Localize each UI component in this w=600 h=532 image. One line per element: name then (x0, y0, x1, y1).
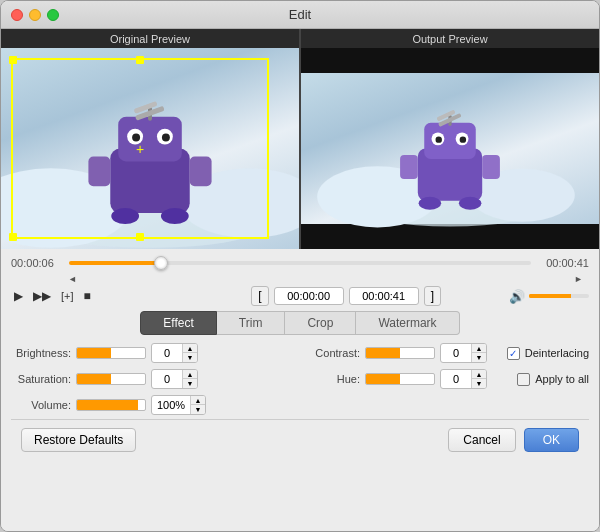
edit-window: Edit Original Preview (0, 0, 600, 532)
original-video: + (1, 48, 299, 249)
contrast-row: Contrast: ▲ ▼ (300, 343, 487, 363)
saturation-step-down[interactable]: ▼ (183, 379, 197, 388)
trim-end-input[interactable] (349, 287, 419, 305)
apply-all-checkbox[interactable] (517, 373, 530, 386)
right-trim-marker[interactable]: ► (574, 274, 583, 284)
controls-area: 00:00:06 00:00:41 ◄ ► ▶ ▶▶ [+] ■ [ (1, 249, 599, 531)
tab-watermark[interactable]: Watermark (356, 311, 459, 335)
svg-point-30 (419, 197, 442, 210)
volume-area: 🔊 (509, 289, 589, 304)
brightness-stepper: ▲ ▼ (182, 344, 197, 362)
svg-point-14 (111, 208, 139, 224)
step-forward-button[interactable]: [+] (58, 288, 77, 304)
original-preview-panel: Original Preview (1, 29, 299, 249)
preview-area: Original Preview (1, 29, 599, 249)
volume-step-up[interactable]: ▲ (191, 396, 205, 405)
volume-step-down[interactable]: ▼ (191, 405, 205, 414)
robot-figure (1, 48, 299, 249)
volume-control-slider[interactable] (76, 399, 146, 411)
volume-input[interactable] (152, 398, 190, 412)
ok-button[interactable]: OK (524, 428, 579, 452)
volume-slider[interactable] (529, 294, 589, 298)
tab-trim[interactable]: Trim (217, 311, 286, 335)
contrast-label: Contrast: (300, 347, 360, 359)
brightness-input-wrap: ▲ ▼ (151, 343, 198, 363)
output-robot-figure (301, 68, 599, 229)
deinterlacing-label: Deinterlacing (525, 347, 589, 359)
brightness-input[interactable] (152, 346, 182, 360)
volume-row: Volume: ▲ ▼ (11, 395, 300, 415)
contrast-stepper: ▲ ▼ (471, 344, 486, 362)
fast-forward-button[interactable]: ▶▶ (30, 287, 54, 305)
trim-area: [ ] (251, 286, 441, 306)
right-settings: Contrast: ▲ ▼ ✓ (300, 343, 589, 415)
timeline-row: 00:00:06 00:00:41 (11, 255, 589, 271)
skip-row: ◄ ► (11, 274, 589, 284)
hue-input-wrap: ▲ ▼ (440, 369, 487, 389)
hue-row: Hue: ▲ ▼ (300, 369, 487, 389)
contrast-input-wrap: ▲ ▼ (440, 343, 487, 363)
timeline-slider-wrap[interactable] (69, 255, 531, 271)
saturation-slider[interactable] (76, 373, 146, 385)
brightness-slider[interactable] (76, 347, 146, 359)
tab-crop[interactable]: Crop (285, 311, 356, 335)
svg-point-23 (436, 136, 442, 142)
nav-buttons: ▶ ▶▶ [+] ■ (11, 287, 94, 305)
contrast-slider[interactable] (365, 347, 435, 359)
trim-start-input[interactable] (274, 287, 344, 305)
saturation-input-wrap: ▲ ▼ (151, 369, 198, 389)
start-time-label: 00:00:06 (11, 257, 63, 269)
original-preview-label: Original Preview (1, 29, 299, 48)
svg-point-24 (460, 136, 466, 142)
tab-effect[interactable]: Effect (140, 311, 216, 335)
saturation-stepper: ▲ ▼ (182, 370, 197, 388)
nav-row: ▶ ▶▶ [+] ■ [ ] 🔊 (11, 286, 589, 306)
saturation-input[interactable] (152, 372, 182, 386)
contrast-step-down[interactable]: ▼ (472, 353, 486, 362)
effect-settings: Brightness: ▲ ▼ Saturation: (11, 343, 589, 415)
minimize-button[interactable] (29, 9, 41, 21)
deinterlacing-checkbox[interactable]: ✓ (507, 347, 520, 360)
contrast-input[interactable] (441, 346, 471, 360)
saturation-row: Saturation: ▲ ▼ (11, 369, 300, 389)
hue-slider[interactable] (365, 373, 435, 385)
volume-stepper: ▲ ▼ (190, 396, 205, 414)
maximize-button[interactable] (47, 9, 59, 21)
restore-defaults-button[interactable]: Restore Defaults (21, 428, 136, 452)
close-button[interactable] (11, 9, 23, 21)
deinterlacing-row: ✓ Deinterlacing (507, 347, 589, 360)
hue-step-up[interactable]: ▲ (472, 370, 486, 379)
apply-all-row: Apply to all (517, 373, 589, 386)
left-trim-marker[interactable]: ◄ (68, 274, 77, 284)
saturation-step-up[interactable]: ▲ (183, 370, 197, 379)
stop-button[interactable]: ■ (81, 287, 94, 305)
output-preview-panel: Output Preview (301, 29, 599, 249)
svg-rect-28 (400, 155, 418, 179)
timeline-thumb[interactable] (154, 256, 168, 270)
left-settings: Brightness: ▲ ▼ Saturation: (11, 343, 300, 415)
tabs-row: Effect Trim Crop Watermark (11, 311, 589, 335)
bracket-left-button[interactable]: [ (251, 286, 268, 306)
saturation-label: Saturation: (11, 373, 71, 385)
contrast-step-up[interactable]: ▲ (472, 344, 486, 353)
svg-point-8 (162, 134, 170, 142)
cancel-button[interactable]: Cancel (448, 428, 515, 452)
svg-rect-13 (190, 156, 212, 186)
svg-point-7 (132, 134, 140, 142)
hue-input[interactable] (441, 372, 471, 386)
brightness-step-up[interactable]: ▲ (183, 344, 197, 353)
svg-rect-12 (88, 156, 110, 186)
hue-label: Hue: (300, 373, 360, 385)
hue-step-down[interactable]: ▼ (472, 379, 486, 388)
bottom-bar: Restore Defaults Cancel OK (11, 419, 589, 462)
timeline-track (69, 261, 531, 265)
output-preview-label: Output Preview (301, 29, 599, 48)
traffic-lights (11, 9, 59, 21)
bracket-right-button[interactable]: ] (424, 286, 441, 306)
brightness-step-down[interactable]: ▼ (183, 353, 197, 362)
title-bar: Edit (1, 1, 599, 29)
brightness-label: Brightness: (11, 347, 71, 359)
play-button[interactable]: ▶ (11, 287, 26, 305)
volume-icon: 🔊 (509, 289, 525, 304)
hue-stepper: ▲ ▼ (471, 370, 486, 388)
